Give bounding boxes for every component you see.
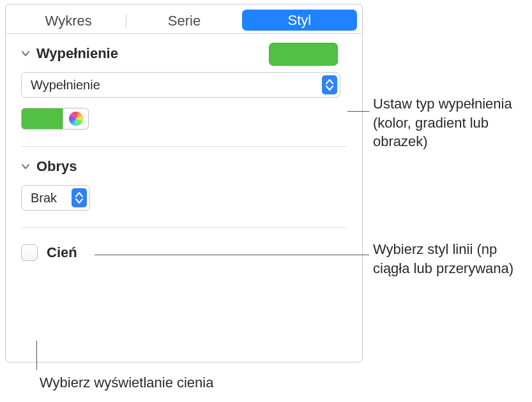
tab-chart-label: Wykres <box>45 13 92 29</box>
callout-shadow-text: Wybierz wyświetlanie cienia <box>40 375 213 391</box>
tab-style[interactable]: Styl <box>242 10 357 31</box>
tab-chart[interactable]: Wykres <box>11 8 126 33</box>
stroke-style-popup[interactable]: Brak <box>21 185 90 211</box>
tab-series-label: Serie <box>168 13 201 29</box>
fill-type-popup[interactable]: Wypełnienie <box>21 72 340 98</box>
shadow-section: Cień <box>6 228 362 261</box>
callout-leader-line <box>36 341 37 370</box>
chevron-down-icon[interactable] <box>21 49 30 58</box>
callout-fill-type: Ustaw typ wypełnienia (kolor, gradient l… <box>373 94 524 151</box>
fill-preview-swatch[interactable] <box>269 43 338 66</box>
callout-stroke-style-text: Wybierz styl linii (np ciągła lub przery… <box>373 241 513 276</box>
fill-type-popup-label: Wypełnienie <box>31 78 322 93</box>
fill-section-title: Wypełnienie <box>36 45 118 62</box>
stroke-section-header: Obrys <box>21 158 347 175</box>
stroke-style-popup-label: Brak <box>31 191 72 205</box>
tab-bar: Wykres Serie Styl <box>6 4 362 34</box>
callout-leader-line <box>95 255 369 255</box>
color-wheel-icon <box>69 112 83 126</box>
popup-stepper-icon <box>322 75 337 94</box>
inspector-panel: Wykres Serie Styl Wypełnienie Wypełnieni… <box>5 4 363 362</box>
stroke-section-title: Obrys <box>36 158 77 175</box>
stroke-section: Obrys Brak <box>6 147 362 211</box>
shadow-label: Cień <box>47 244 77 261</box>
tab-series[interactable]: Serie <box>126 8 241 33</box>
popup-stepper-icon <box>72 188 87 207</box>
chevron-down-icon[interactable] <box>21 162 30 171</box>
fill-color-row <box>21 108 347 130</box>
fill-section: Wypełnienie Wypełnienie <box>6 34 362 130</box>
tab-style-label: Styl <box>287 12 311 29</box>
fill-color-swatch[interactable] <box>21 108 63 130</box>
shadow-checkbox[interactable] <box>21 244 38 261</box>
callout-leader-line <box>347 111 369 112</box>
callout-stroke-style: Wybierz styl linii (np ciągła lub przery… <box>373 240 524 278</box>
callout-fill-type-text: Ustaw typ wypełnienia (kolor, gradient l… <box>373 96 512 149</box>
color-picker-button[interactable] <box>63 108 89 130</box>
fill-section-header: Wypełnienie <box>21 45 347 62</box>
callout-shadow: Wybierz wyświetlanie cienia <box>40 373 213 392</box>
